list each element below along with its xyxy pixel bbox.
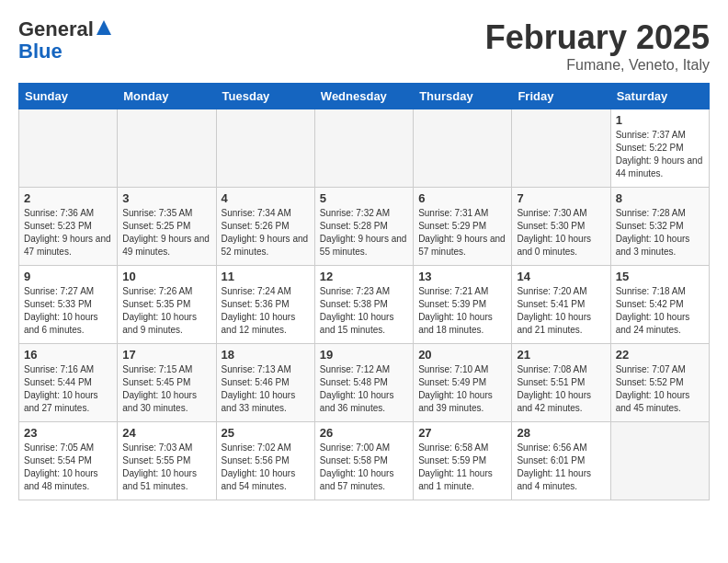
day-info: Sunrise: 7:37 AM Sunset: 5:22 PM Dayligh… xyxy=(616,129,704,180)
day-number: 27 xyxy=(418,426,506,440)
calendar-cell: 22Sunrise: 7:07 AM Sunset: 5:52 PM Dayli… xyxy=(610,344,709,422)
day-number: 25 xyxy=(222,426,310,440)
day-number: 13 xyxy=(418,270,506,283)
day-header-sunday: Sunday xyxy=(19,84,118,109)
day-header-tuesday: Tuesday xyxy=(216,84,314,109)
day-info: Sunrise: 7:16 AM Sunset: 5:44 PM Dayligh… xyxy=(24,363,112,415)
day-info: Sunrise: 7:28 AM Sunset: 5:32 PM Dayligh… xyxy=(616,207,704,259)
calendar-cell: 5Sunrise: 7:32 AM Sunset: 5:28 PM Daylig… xyxy=(314,188,413,266)
month-title: February 2025 xyxy=(485,18,710,57)
day-number: 14 xyxy=(517,270,605,283)
logo-blue: Blue xyxy=(18,40,63,63)
day-number: 9 xyxy=(24,270,112,283)
logo-icon xyxy=(96,19,112,36)
calendar-cell: 6Sunrise: 7:31 AM Sunset: 5:29 PM Daylig… xyxy=(414,188,512,266)
day-info: Sunrise: 7:23 AM Sunset: 5:38 PM Dayligh… xyxy=(320,285,408,337)
day-info: Sunrise: 7:21 AM Sunset: 5:39 PM Dayligh… xyxy=(418,285,506,337)
location: Fumane, Veneto, Italy xyxy=(485,57,710,74)
calendar-cell: 24Sunrise: 7:03 AM Sunset: 5:55 PM Dayli… xyxy=(118,422,216,500)
calendar-cell: 13Sunrise: 7:21 AM Sunset: 5:39 PM Dayli… xyxy=(414,266,512,344)
calendar: SundayMondayTuesdayWednesdayThursdayFrid… xyxy=(18,83,710,500)
calendar-cell: 19Sunrise: 7:12 AM Sunset: 5:48 PM Dayli… xyxy=(314,344,413,422)
calendar-cell: 17Sunrise: 7:15 AM Sunset: 5:45 PM Dayli… xyxy=(118,344,216,422)
day-info: Sunrise: 7:36 AM Sunset: 5:23 PM Dayligh… xyxy=(24,207,112,259)
calendar-cell xyxy=(19,109,118,188)
calendar-cell: 4Sunrise: 7:34 AM Sunset: 5:26 PM Daylig… xyxy=(216,188,314,266)
svg-marker-0 xyxy=(97,20,111,35)
calendar-cell xyxy=(216,109,314,188)
calendar-cell xyxy=(118,109,216,188)
day-number: 22 xyxy=(616,348,704,362)
day-info: Sunrise: 7:34 AM Sunset: 5:26 PM Dayligh… xyxy=(222,207,310,259)
day-number: 1 xyxy=(616,113,704,127)
day-header-wednesday: Wednesday xyxy=(314,84,413,109)
day-info: Sunrise: 7:20 AM Sunset: 5:41 PM Dayligh… xyxy=(517,285,605,337)
calendar-cell: 3Sunrise: 7:35 AM Sunset: 5:25 PM Daylig… xyxy=(118,188,216,266)
calendar-cell: 2Sunrise: 7:36 AM Sunset: 5:23 PM Daylig… xyxy=(19,188,118,266)
calendar-cell xyxy=(414,109,512,188)
day-number: 16 xyxy=(24,348,112,362)
calendar-cell: 27Sunrise: 6:58 AM Sunset: 5:59 PM Dayli… xyxy=(414,422,512,500)
day-info: Sunrise: 7:24 AM Sunset: 5:36 PM Dayligh… xyxy=(222,285,310,337)
calendar-cell xyxy=(512,109,610,188)
day-number: 6 xyxy=(418,191,506,205)
day-number: 15 xyxy=(616,270,704,283)
calendar-cell xyxy=(610,422,709,500)
calendar-cell: 20Sunrise: 7:10 AM Sunset: 5:49 PM Dayli… xyxy=(414,344,512,422)
logo-general: General xyxy=(18,18,94,40)
calendar-cell xyxy=(314,109,413,188)
day-number: 23 xyxy=(24,426,112,440)
day-info: Sunrise: 7:02 AM Sunset: 5:56 PM Dayligh… xyxy=(222,442,310,493)
calendar-cell: 8Sunrise: 7:28 AM Sunset: 5:32 PM Daylig… xyxy=(610,188,709,266)
day-number: 19 xyxy=(320,348,408,362)
day-info: Sunrise: 7:10 AM Sunset: 5:49 PM Dayligh… xyxy=(418,363,506,415)
day-number: 17 xyxy=(122,348,210,362)
day-number: 3 xyxy=(122,191,210,205)
day-number: 21 xyxy=(517,348,605,362)
day-header-friday: Friday xyxy=(512,84,610,109)
week-row-5: 23Sunrise: 7:05 AM Sunset: 5:54 PM Dayli… xyxy=(19,422,710,500)
calendar-cell: 15Sunrise: 7:18 AM Sunset: 5:42 PM Dayli… xyxy=(610,266,709,344)
day-info: Sunrise: 7:18 AM Sunset: 5:42 PM Dayligh… xyxy=(616,285,704,337)
logo: General Blue xyxy=(18,18,112,63)
day-number: 4 xyxy=(222,191,310,205)
day-header-thursday: Thursday xyxy=(414,84,512,109)
day-number: 5 xyxy=(320,191,408,205)
day-info: Sunrise: 7:35 AM Sunset: 5:25 PM Dayligh… xyxy=(122,207,210,259)
day-info: Sunrise: 7:00 AM Sunset: 5:58 PM Dayligh… xyxy=(320,442,408,493)
calendar-cell: 1Sunrise: 7:37 AM Sunset: 5:22 PM Daylig… xyxy=(610,109,709,188)
page-header: General Blue February 2025 Fumane, Venet… xyxy=(18,18,710,74)
day-info: Sunrise: 6:56 AM Sunset: 6:01 PM Dayligh… xyxy=(517,442,605,493)
day-info: Sunrise: 7:26 AM Sunset: 5:35 PM Dayligh… xyxy=(122,285,210,337)
calendar-cell: 9Sunrise: 7:27 AM Sunset: 5:33 PM Daylig… xyxy=(19,266,118,344)
calendar-cell: 28Sunrise: 6:56 AM Sunset: 6:01 PM Dayli… xyxy=(512,422,610,500)
day-info: Sunrise: 7:32 AM Sunset: 5:28 PM Dayligh… xyxy=(320,207,408,259)
day-number: 10 xyxy=(122,270,210,283)
day-header-monday: Monday xyxy=(118,84,216,109)
day-number: 12 xyxy=(320,270,408,283)
week-row-4: 16Sunrise: 7:16 AM Sunset: 5:44 PM Dayli… xyxy=(19,344,710,422)
title-block: February 2025 Fumane, Veneto, Italy xyxy=(485,18,710,74)
day-info: Sunrise: 7:27 AM Sunset: 5:33 PM Dayligh… xyxy=(24,285,112,337)
day-number: 26 xyxy=(320,426,408,440)
calendar-cell: 26Sunrise: 7:00 AM Sunset: 5:58 PM Dayli… xyxy=(314,422,413,500)
day-number: 24 xyxy=(122,426,210,440)
week-row-3: 9Sunrise: 7:27 AM Sunset: 5:33 PM Daylig… xyxy=(19,266,710,344)
day-info: Sunrise: 7:05 AM Sunset: 5:54 PM Dayligh… xyxy=(24,442,112,493)
week-row-1: 1Sunrise: 7:37 AM Sunset: 5:22 PM Daylig… xyxy=(19,109,710,188)
day-number: 18 xyxy=(222,348,310,362)
day-info: Sunrise: 7:31 AM Sunset: 5:29 PM Dayligh… xyxy=(418,207,506,259)
day-number: 2 xyxy=(24,191,112,205)
day-info: Sunrise: 7:12 AM Sunset: 5:48 PM Dayligh… xyxy=(320,363,408,415)
day-info: Sunrise: 6:58 AM Sunset: 5:59 PM Dayligh… xyxy=(418,442,506,493)
calendar-header-row: SundayMondayTuesdayWednesdayThursdayFrid… xyxy=(19,84,710,109)
day-number: 11 xyxy=(222,270,310,283)
calendar-cell: 23Sunrise: 7:05 AM Sunset: 5:54 PM Dayli… xyxy=(19,422,118,500)
calendar-cell: 16Sunrise: 7:16 AM Sunset: 5:44 PM Dayli… xyxy=(19,344,118,422)
day-info: Sunrise: 7:30 AM Sunset: 5:30 PM Dayligh… xyxy=(517,207,605,259)
day-number: 20 xyxy=(418,348,506,362)
week-row-2: 2Sunrise: 7:36 AM Sunset: 5:23 PM Daylig… xyxy=(19,188,710,266)
calendar-cell: 7Sunrise: 7:30 AM Sunset: 5:30 PM Daylig… xyxy=(512,188,610,266)
calendar-cell: 25Sunrise: 7:02 AM Sunset: 5:56 PM Dayli… xyxy=(216,422,314,500)
calendar-cell: 14Sunrise: 7:20 AM Sunset: 5:41 PM Dayli… xyxy=(512,266,610,344)
